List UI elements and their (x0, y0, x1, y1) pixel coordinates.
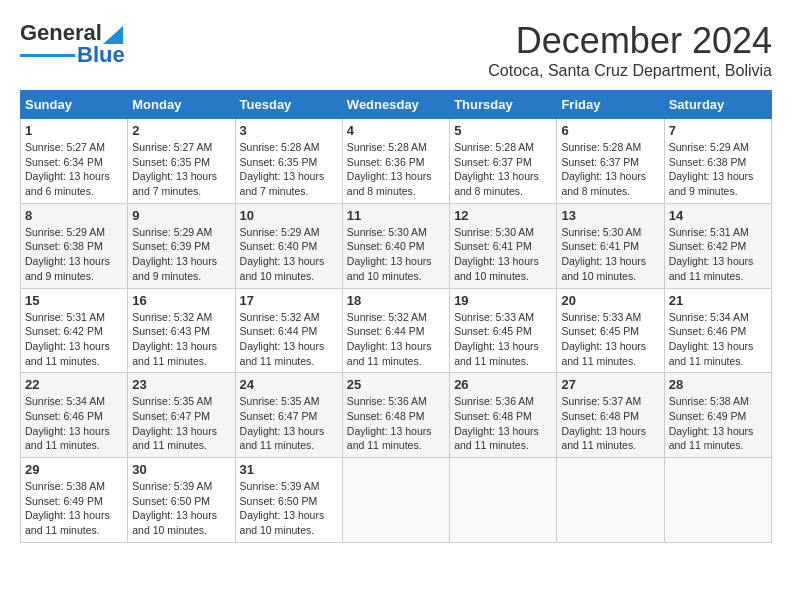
day-number: 11 (347, 208, 445, 223)
day-header-thursday: Thursday (450, 91, 557, 119)
calendar-cell: 29Sunrise: 5:38 AM Sunset: 6:49 PM Dayli… (21, 458, 128, 543)
calendar-week-3: 15Sunrise: 5:31 AM Sunset: 6:42 PM Dayli… (21, 288, 772, 373)
calendar-cell: 9Sunrise: 5:29 AM Sunset: 6:39 PM Daylig… (128, 203, 235, 288)
day-header-saturday: Saturday (664, 91, 771, 119)
calendar-cell (557, 458, 664, 543)
day-header-tuesday: Tuesday (235, 91, 342, 119)
day-number: 15 (25, 293, 123, 308)
calendar-cell: 25Sunrise: 5:36 AM Sunset: 6:48 PM Dayli… (342, 373, 449, 458)
calendar-cell: 15Sunrise: 5:31 AM Sunset: 6:42 PM Dayli… (21, 288, 128, 373)
day-info: Sunrise: 5:34 AM Sunset: 6:46 PM Dayligh… (25, 394, 123, 453)
day-info: Sunrise: 5:30 AM Sunset: 6:41 PM Dayligh… (454, 225, 552, 284)
day-header-friday: Friday (557, 91, 664, 119)
day-info: Sunrise: 5:39 AM Sunset: 6:50 PM Dayligh… (132, 479, 230, 538)
calendar-cell: 27Sunrise: 5:37 AM Sunset: 6:48 PM Dayli… (557, 373, 664, 458)
calendar-cell: 19Sunrise: 5:33 AM Sunset: 6:45 PM Dayli… (450, 288, 557, 373)
logo-icon (103, 22, 123, 44)
day-header-wednesday: Wednesday (342, 91, 449, 119)
day-number: 6 (561, 123, 659, 138)
day-info: Sunrise: 5:34 AM Sunset: 6:46 PM Dayligh… (669, 310, 767, 369)
calendar-cell: 18Sunrise: 5:32 AM Sunset: 6:44 PM Dayli… (342, 288, 449, 373)
day-number: 21 (669, 293, 767, 308)
day-info: Sunrise: 5:33 AM Sunset: 6:45 PM Dayligh… (561, 310, 659, 369)
day-info: Sunrise: 5:30 AM Sunset: 6:40 PM Dayligh… (347, 225, 445, 284)
day-number: 29 (25, 462, 123, 477)
title-section: December 2024 Cotoca, Santa Cruz Departm… (488, 20, 772, 80)
calendar-cell: 1Sunrise: 5:27 AM Sunset: 6:34 PM Daylig… (21, 119, 128, 204)
day-number: 22 (25, 377, 123, 392)
day-number: 2 (132, 123, 230, 138)
calendar-cell: 11Sunrise: 5:30 AM Sunset: 6:40 PM Dayli… (342, 203, 449, 288)
day-info: Sunrise: 5:33 AM Sunset: 6:45 PM Dayligh… (454, 310, 552, 369)
day-number: 24 (240, 377, 338, 392)
calendar-cell (450, 458, 557, 543)
day-number: 3 (240, 123, 338, 138)
day-number: 27 (561, 377, 659, 392)
calendar-cell: 10Sunrise: 5:29 AM Sunset: 6:40 PM Dayli… (235, 203, 342, 288)
day-info: Sunrise: 5:27 AM Sunset: 6:34 PM Dayligh… (25, 140, 123, 199)
day-info: Sunrise: 5:38 AM Sunset: 6:49 PM Dayligh… (669, 394, 767, 453)
logo-blue: Blue (77, 42, 125, 68)
day-number: 14 (669, 208, 767, 223)
calendar-cell: 31Sunrise: 5:39 AM Sunset: 6:50 PM Dayli… (235, 458, 342, 543)
calendar-cell: 3Sunrise: 5:28 AM Sunset: 6:35 PM Daylig… (235, 119, 342, 204)
day-info: Sunrise: 5:28 AM Sunset: 6:37 PM Dayligh… (561, 140, 659, 199)
calendar-cell: 22Sunrise: 5:34 AM Sunset: 6:46 PM Dayli… (21, 373, 128, 458)
day-number: 23 (132, 377, 230, 392)
day-number: 28 (669, 377, 767, 392)
day-info: Sunrise: 5:31 AM Sunset: 6:42 PM Dayligh… (25, 310, 123, 369)
day-info: Sunrise: 5:39 AM Sunset: 6:50 PM Dayligh… (240, 479, 338, 538)
day-info: Sunrise: 5:32 AM Sunset: 6:44 PM Dayligh… (347, 310, 445, 369)
day-info: Sunrise: 5:38 AM Sunset: 6:49 PM Dayligh… (25, 479, 123, 538)
calendar-cell: 12Sunrise: 5:30 AM Sunset: 6:41 PM Dayli… (450, 203, 557, 288)
calendar: SundayMondayTuesdayWednesdayThursdayFrid… (20, 90, 772, 543)
day-number: 25 (347, 377, 445, 392)
calendar-week-1: 1Sunrise: 5:27 AM Sunset: 6:34 PM Daylig… (21, 119, 772, 204)
header: General Blue December 2024 Cotoca, Santa… (20, 20, 772, 80)
day-info: Sunrise: 5:29 AM Sunset: 6:40 PM Dayligh… (240, 225, 338, 284)
calendar-cell: 17Sunrise: 5:32 AM Sunset: 6:44 PM Dayli… (235, 288, 342, 373)
day-number: 12 (454, 208, 552, 223)
calendar-cell: 21Sunrise: 5:34 AM Sunset: 6:46 PM Dayli… (664, 288, 771, 373)
day-info: Sunrise: 5:37 AM Sunset: 6:48 PM Dayligh… (561, 394, 659, 453)
day-number: 17 (240, 293, 338, 308)
calendar-week-5: 29Sunrise: 5:38 AM Sunset: 6:49 PM Dayli… (21, 458, 772, 543)
day-number: 18 (347, 293, 445, 308)
calendar-body: 1Sunrise: 5:27 AM Sunset: 6:34 PM Daylig… (21, 119, 772, 543)
calendar-cell (664, 458, 771, 543)
logo: General Blue (20, 20, 125, 68)
day-info: Sunrise: 5:32 AM Sunset: 6:44 PM Dayligh… (240, 310, 338, 369)
day-number: 4 (347, 123, 445, 138)
day-info: Sunrise: 5:35 AM Sunset: 6:47 PM Dayligh… (240, 394, 338, 453)
calendar-cell: 23Sunrise: 5:35 AM Sunset: 6:47 PM Dayli… (128, 373, 235, 458)
calendar-cell: 4Sunrise: 5:28 AM Sunset: 6:36 PM Daylig… (342, 119, 449, 204)
calendar-cell: 2Sunrise: 5:27 AM Sunset: 6:35 PM Daylig… (128, 119, 235, 204)
day-number: 31 (240, 462, 338, 477)
day-number: 5 (454, 123, 552, 138)
calendar-week-2: 8Sunrise: 5:29 AM Sunset: 6:38 PM Daylig… (21, 203, 772, 288)
day-number: 30 (132, 462, 230, 477)
day-number: 26 (454, 377, 552, 392)
subtitle: Cotoca, Santa Cruz Department, Bolivia (488, 62, 772, 80)
main-title: December 2024 (488, 20, 772, 62)
day-number: 19 (454, 293, 552, 308)
day-info: Sunrise: 5:29 AM Sunset: 6:38 PM Dayligh… (669, 140, 767, 199)
calendar-cell: 16Sunrise: 5:32 AM Sunset: 6:43 PM Dayli… (128, 288, 235, 373)
calendar-cell: 30Sunrise: 5:39 AM Sunset: 6:50 PM Dayli… (128, 458, 235, 543)
calendar-cell: 5Sunrise: 5:28 AM Sunset: 6:37 PM Daylig… (450, 119, 557, 204)
day-header-monday: Monday (128, 91, 235, 119)
calendar-cell: 14Sunrise: 5:31 AM Sunset: 6:42 PM Dayli… (664, 203, 771, 288)
calendar-cell: 26Sunrise: 5:36 AM Sunset: 6:48 PM Dayli… (450, 373, 557, 458)
day-info: Sunrise: 5:29 AM Sunset: 6:39 PM Dayligh… (132, 225, 230, 284)
day-number: 13 (561, 208, 659, 223)
calendar-cell: 8Sunrise: 5:29 AM Sunset: 6:38 PM Daylig… (21, 203, 128, 288)
calendar-week-4: 22Sunrise: 5:34 AM Sunset: 6:46 PM Dayli… (21, 373, 772, 458)
day-info: Sunrise: 5:36 AM Sunset: 6:48 PM Dayligh… (454, 394, 552, 453)
day-number: 10 (240, 208, 338, 223)
calendar-header: SundayMondayTuesdayWednesdayThursdayFrid… (21, 91, 772, 119)
calendar-cell (342, 458, 449, 543)
calendar-cell: 7Sunrise: 5:29 AM Sunset: 6:38 PM Daylig… (664, 119, 771, 204)
day-header-sunday: Sunday (21, 91, 128, 119)
day-info: Sunrise: 5:28 AM Sunset: 6:36 PM Dayligh… (347, 140, 445, 199)
day-info: Sunrise: 5:35 AM Sunset: 6:47 PM Dayligh… (132, 394, 230, 453)
